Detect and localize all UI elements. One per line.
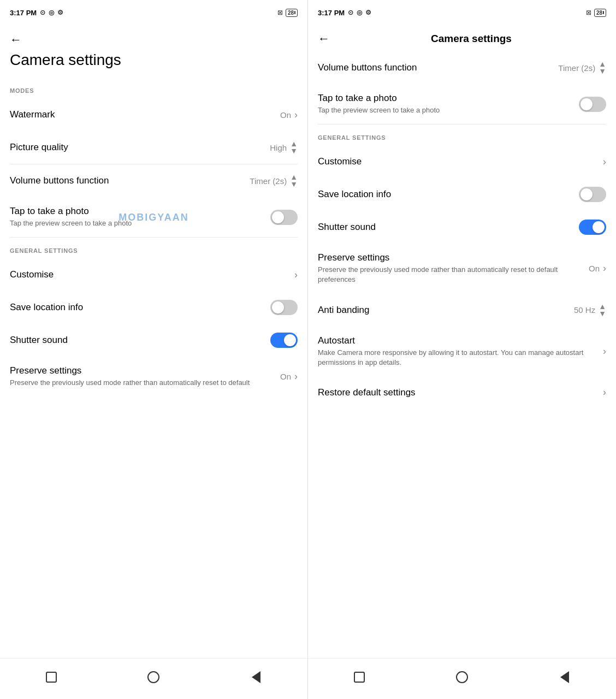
right-customise-chevron-container: › — [603, 156, 606, 168]
right-tap-to-photo-row[interactable]: Tap to take a photo Tap the preview scre… — [308, 84, 616, 124]
customise-label-container: Customise — [10, 269, 294, 280]
right-preserve-settings-label-container: Preserve settings Preserve the previousl… — [318, 252, 589, 285]
preserve-settings-row[interactable]: Preserve settings Preserve the previousl… — [0, 357, 307, 396]
autostart-row[interactable]: Autostart Make Camera more responsive by… — [308, 327, 616, 376]
right-nav-square-button[interactable] — [348, 666, 370, 688]
right-tap-to-photo-toggle-knob — [581, 98, 593, 110]
left-nav-back-button[interactable] — [245, 666, 267, 688]
right-shutter-sound-title: Shutter sound — [318, 222, 376, 232]
save-location-toggle[interactable] — [270, 300, 298, 315]
right-tap-to-photo-toggle[interactable] — [579, 97, 606, 112]
volume-buttons-label-container: Volume buttons function — [10, 175, 250, 186]
tap-to-photo-row[interactable]: Tap to take a photo Tap the preview scre… — [0, 197, 307, 237]
anti-banding-row[interactable]: Anti banding 50 Hz ▲▼ — [308, 294, 616, 327]
right-save-location-toggle[interactable] — [579, 187, 606, 202]
customise-row[interactable]: Customise › — [0, 258, 307, 291]
right-volume-buttons-row[interactable]: Volume buttons function Timer (2s) ▲▼ — [308, 51, 616, 84]
right-volume-buttons-label-container: Volume buttons function — [318, 62, 558, 73]
left-panel: 3:17 PM ⊙ ◎ ⚙ ⊠ 28 ← Camera settings MOD… — [0, 0, 308, 699]
right-settings-icon: ⚙ — [365, 9, 371, 16]
right-panel: 3:17 PM ⊙ ◎ ⚙ ⊠ 28 ← Camera settings Vol… — [308, 0, 616, 699]
right-customise-row[interactable]: Customise › — [308, 145, 616, 178]
left-nav-home-button[interactable] — [143, 666, 164, 688]
right-customise-title: Customise — [318, 156, 362, 167]
shutter-sound-title: Shutter sound — [10, 335, 68, 345]
picture-quality-sort-icon: ▲▼ — [290, 140, 298, 154]
autostart-subtitle: Make Camera more responsive by allowing … — [318, 348, 603, 368]
right-circle-icon — [456, 671, 468, 683]
volume-buttons-sort-icon: ▲▼ — [290, 174, 298, 187]
right-screen-record-icon: ⊠ — [586, 9, 591, 16]
customise-chevron-container: › — [294, 269, 298, 281]
anti-banding-title: Anti banding — [318, 305, 370, 315]
left-page-title: Camera settings — [10, 51, 121, 68]
right-time: 3:17 PM ⊙ ◎ ⚙ — [318, 9, 371, 17]
watermark-value-row: On › — [280, 109, 298, 121]
right-volume-buttons-value: Timer (2s) — [558, 63, 595, 73]
customise-chevron-icon: › — [294, 269, 298, 281]
preserve-settings-value: On — [280, 372, 291, 381]
picture-quality-row[interactable]: Picture quality High ▲▼ — [0, 131, 307, 164]
watermark-value: On — [280, 110, 291, 120]
picture-quality-value: High — [270, 143, 287, 152]
right-general-settings-label: GENERAL SETTINGS — [308, 125, 616, 145]
right-triangle-icon — [560, 671, 569, 683]
settings-icon: ⚙ — [57, 9, 63, 16]
right-clock: 3:17 PM — [318, 9, 345, 17]
save-location-row[interactable]: Save location info — [0, 291, 307, 324]
right-preserve-settings-chevron-icon: › — [603, 263, 606, 274]
right-nav-bar — [308, 658, 616, 699]
right-shutter-sound-toggle-knob — [593, 221, 605, 233]
preserve-settings-chevron-icon: › — [294, 371, 298, 382]
anti-banding-value: 50 Hz — [574, 305, 595, 315]
modes-section-label: MODES — [0, 78, 307, 98]
autostart-label-container: Autostart Make Camera more responsive by… — [318, 335, 603, 368]
shutter-sound-toggle[interactable] — [270, 333, 298, 348]
preserve-settings-title: Preserve settings — [10, 365, 81, 376]
preserve-settings-value-row: On › — [280, 371, 298, 382]
anti-banding-value-row: 50 Hz ▲▼ — [574, 303, 606, 317]
watermark-chevron-icon: › — [294, 109, 298, 121]
right-nav-home-button[interactable] — [451, 666, 473, 688]
left-status-icons: ⊠ 28 — [277, 9, 298, 17]
left-page-header: ← — [0, 24, 307, 51]
left-time: 3:17 PM ⊙ ◎ ⚙ — [10, 9, 63, 17]
restore-defaults-chevron-container: › — [603, 387, 606, 398]
right-shutter-sound-toggle[interactable] — [579, 220, 606, 235]
screen-record-icon: ⊠ — [277, 9, 283, 16]
picture-quality-label-container: Picture quality — [10, 142, 270, 153]
user-icon: ◎ — [49, 9, 54, 16]
left-nav-square-button[interactable] — [40, 666, 62, 688]
left-clock: 3:17 PM — [10, 9, 37, 17]
right-preserve-settings-value: On — [589, 264, 600, 273]
right-tap-to-photo-subtitle: Tap the preview screen to take a photo — [318, 105, 579, 115]
right-save-location-toggle-knob — [581, 188, 593, 200]
left-back-button[interactable]: ← — [10, 33, 22, 47]
restore-defaults-row[interactable]: Restore default settings › — [308, 376, 616, 409]
right-shutter-sound-label-container: Shutter sound — [318, 222, 579, 233]
right-save-location-row[interactable]: Save location info — [308, 178, 616, 211]
anti-banding-sort-icon: ▲▼ — [599, 303, 606, 317]
left-status-bar: 3:17 PM ⊙ ◎ ⚙ ⊠ 28 — [0, 0, 307, 24]
tap-to-photo-toggle[interactable] — [270, 210, 298, 225]
volume-buttons-value: Timer (2s) — [250, 176, 287, 186]
right-preserve-settings-row[interactable]: Preserve settings Preserve the previousl… — [308, 244, 616, 293]
watermark-title: Watermark — [10, 109, 55, 120]
right-nav-back-button[interactable] — [554, 666, 576, 688]
right-back-button[interactable]: ← — [318, 32, 330, 46]
right-tap-to-photo-title: Tap to take a photo — [318, 93, 397, 103]
shutter-sound-label-container: Shutter sound — [10, 335, 270, 346]
right-battery: 28 — [594, 9, 606, 17]
tap-to-photo-label-container: Tap to take a photo Tap the preview scre… — [10, 206, 270, 228]
shutter-sound-row[interactable]: Shutter sound — [0, 324, 307, 357]
volume-buttons-row[interactable]: Volume buttons function Timer (2s) ▲▼ — [0, 164, 307, 197]
preserve-settings-label-container: Preserve settings Preserve the previousl… — [10, 365, 280, 388]
right-volume-buttons-value-row: Timer (2s) ▲▼ — [558, 61, 606, 74]
right-save-location-label-container: Save location info — [318, 189, 579, 200]
watermark-row[interactable]: Watermark On › — [0, 98, 307, 131]
watermark-label-container: Watermark — [10, 109, 280, 120]
right-shutter-sound-row[interactable]: Shutter sound — [308, 211, 616, 244]
right-volume-buttons-title: Volume buttons function — [318, 62, 417, 73]
right-location-icon: ⊙ — [348, 9, 353, 16]
right-customise-label-container: Customise — [318, 156, 603, 167]
